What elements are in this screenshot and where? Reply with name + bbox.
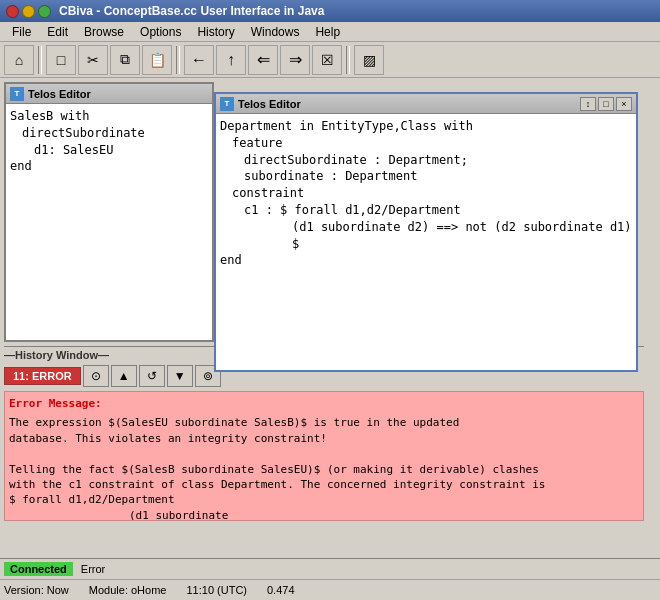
panel-resize-button[interactable]: ↕ [580,97,596,111]
status-row-2: Version: Now Module: oHome 11:10 (UTC) 0… [0,579,660,600]
menu-history[interactable]: History [189,23,242,41]
hist-btn-2[interactable]: ▲ [111,365,137,387]
error-line-6: (d1 subordinate [9,508,639,521]
telos-editor-left-title: Telos Editor [28,88,91,100]
status-row-1: Connected Error [0,559,660,579]
error-line-4: with the c1 constraint of class Departme… [9,477,639,492]
status-error-label: Error [81,563,105,575]
panel-controls[interactable]: ↕ □ × [580,97,632,111]
hist-btn-4[interactable]: ▼ [167,365,193,387]
error-line-3: Telling the fact $(SalesB subordinate Sa… [9,462,639,477]
panel-maximize-button[interactable]: □ [598,97,614,111]
r-editor-line-7: (d1 subordinate d2) ==> not (d2 subordin… [292,219,632,253]
error-badge: 11: ERROR [4,367,81,385]
editor-line-1: SalesB with [10,108,208,125]
window-title: CBiva - ConceptBase.cc User Interface in… [59,4,324,18]
telos-editor-left-content[interactable]: SalesB with directSubordinate d1: SalesE… [6,104,212,179]
time-label: 11:10 (UTC) [186,584,247,596]
up-button[interactable]: ↑ [216,45,246,75]
stop-button[interactable]: ☒ [312,45,342,75]
title-bar: CBiva - ConceptBase.cc User Interface in… [0,0,660,22]
r-editor-line-2: feature [232,135,632,152]
editor-line-2: directSubordinate [22,125,208,142]
r-editor-line-5: constraint [232,185,632,202]
history-window: —History Window— 11: ERROR ⊙ ▲ ↺ ▼ ⊚ Err… [4,346,644,558]
telos-editor-right-titlebar: T Telos Editor ↕ □ × [216,94,636,114]
menu-browse[interactable]: Browse [76,23,132,41]
telos-editor-right-title: Telos Editor [238,98,301,110]
version-label: Version: Now [4,584,69,596]
perf-label: 0.474 [267,584,295,596]
main-area: T Telos Editor SalesB with directSubordi… [0,78,660,558]
error-header: Error Message: [9,396,639,411]
menu-windows[interactable]: Windows [243,23,308,41]
editor-line-3: d1: SalesEU [34,142,208,159]
hist-btn-3[interactable]: ↺ [139,365,165,387]
error-message-area[interactable]: Error Message: The expression $(SalesEU … [4,391,644,521]
error-line-5: $ forall d1,d2/Department [9,492,639,507]
new-button[interactable]: □ [46,45,76,75]
toolbar: ⌂ □ ✂ ⧉ 📋 ← ↑ ⇐ ⇒ ☒ ▨ [0,42,660,78]
error-spacer [9,446,639,461]
error-line-1: The expression $(SalesEU subordinate Sal… [9,415,639,430]
r-editor-line-8: end [220,252,632,269]
module-label: Module: oHome [89,584,167,596]
home-button[interactable]: ⌂ [4,45,34,75]
connected-indicator: Connected [4,562,73,576]
telos-editor-right: T Telos Editor ↕ □ × Department in Entit… [214,92,638,372]
r-editor-line-4: subordinate : Department [244,168,632,185]
toolbar-separator-3 [346,46,350,74]
close-button[interactable] [6,5,19,18]
exit-button[interactable]: ▨ [354,45,384,75]
toolbar-separator-1 [38,46,42,74]
menu-bar: File Edit Browse Options History Windows… [0,22,660,42]
r-editor-line-1: Department in EntityType,Class with [220,118,632,135]
r-editor-line-3: directSubordinate : Department; [244,152,632,169]
panel-close-button[interactable]: × [616,97,632,111]
menu-help[interactable]: Help [307,23,348,41]
maximize-button[interactable] [38,5,51,18]
hist-btn-1[interactable]: ⊙ [83,365,109,387]
status-bar: Connected Error Version: Now Module: oHo… [0,558,660,600]
menu-options[interactable]: Options [132,23,189,41]
telos-editor-left: T Telos Editor SalesB with directSubordi… [4,82,214,342]
menu-edit[interactable]: Edit [39,23,76,41]
telos-icon-right: T [220,97,234,111]
telos-editor-left-titlebar: T Telos Editor [6,84,212,104]
nav-back-button[interactable]: ⇐ [248,45,278,75]
toolbar-separator-2 [176,46,180,74]
telos-editor-right-content[interactable]: Department in EntityType,Class with feat… [216,114,636,273]
paste-button[interactable]: 📋 [142,45,172,75]
cut-button[interactable]: ✂ [78,45,108,75]
r-editor-line-6: c1 : $ forall d1,d2/Department [244,202,632,219]
back-button[interactable]: ← [184,45,214,75]
minimize-button[interactable] [22,5,35,18]
menu-file[interactable]: File [4,23,39,41]
nav-forward-button[interactable]: ⇒ [280,45,310,75]
telos-icon-left: T [10,87,24,101]
editor-line-4: end [10,158,208,175]
error-line-2: database. This violates an integrity con… [9,431,639,446]
window-controls[interactable] [6,5,51,18]
copy-button[interactable]: ⧉ [110,45,140,75]
